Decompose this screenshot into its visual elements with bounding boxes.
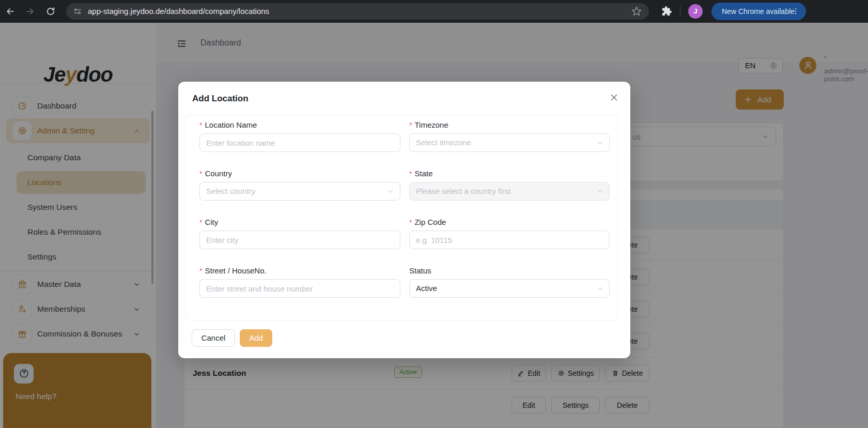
field-label-location-name: *Location Name (199, 119, 257, 131)
field-label-zip-code: *Zip Code (409, 217, 446, 228)
zip-code-input[interactable] (409, 231, 610, 249)
field-label-country: *Country (199, 168, 232, 179)
chrome-update-label: New Chrome available (722, 3, 795, 20)
field-label-timezone: *Timezone (409, 119, 448, 131)
chevron-down-icon (597, 285, 603, 292)
modal-add-button[interactable]: Add (240, 329, 272, 347)
address-bar[interactable]: app-staging.jeydoo.de/dashboard/company/… (66, 3, 649, 20)
field-label-state: *State (409, 168, 432, 179)
timezone-select[interactable]: Select timezone (409, 133, 610, 152)
browser-back-icon[interactable] (5, 6, 16, 17)
field-label-street: *Street / HouseNo. (199, 265, 267, 277)
cancel-button[interactable]: Cancel (192, 329, 235, 347)
browser-forward-icon[interactable] (25, 6, 35, 17)
status-select[interactable]: Active (409, 279, 610, 298)
url-text[interactable]: app-staging.jeydoo.de/dashboard/company/… (88, 3, 269, 20)
chevron-down-icon (388, 188, 394, 195)
street-input[interactable] (199, 279, 400, 298)
toolbar-separator (680, 6, 680, 17)
add-location-modal: Add Location *Location Name *Timezone Se… (178, 82, 630, 358)
field-label-status: Status (409, 265, 431, 277)
close-icon[interactable] (610, 93, 619, 102)
field-label-city: *City (199, 217, 218, 228)
state-select[interactable]: Please select a country first (409, 182, 610, 201)
browser-menu-dots-icon[interactable] (792, 7, 800, 16)
modal-title: Add Location (192, 94, 249, 104)
browser-reload-icon[interactable] (45, 6, 56, 17)
location-name-input[interactable] (199, 133, 400, 152)
extensions-icon[interactable] (661, 6, 672, 17)
browser-profile-avatar[interactable]: J (688, 4, 703, 19)
site-info-icon[interactable] (73, 7, 82, 16)
browser-chrome-bar: app-staging.jeydoo.de/dashboard/company/… (0, 0, 868, 23)
city-input[interactable] (199, 231, 400, 249)
chevron-down-icon (597, 188, 603, 195)
bookmark-star-icon[interactable] (631, 6, 642, 17)
screen: app-staging.jeydoo.de/dashboard/company/… (0, 0, 868, 428)
chrome-update-button[interactable]: New Chrome available (711, 3, 806, 20)
country-select[interactable]: Select country (199, 182, 400, 201)
chevron-down-icon (597, 140, 603, 146)
